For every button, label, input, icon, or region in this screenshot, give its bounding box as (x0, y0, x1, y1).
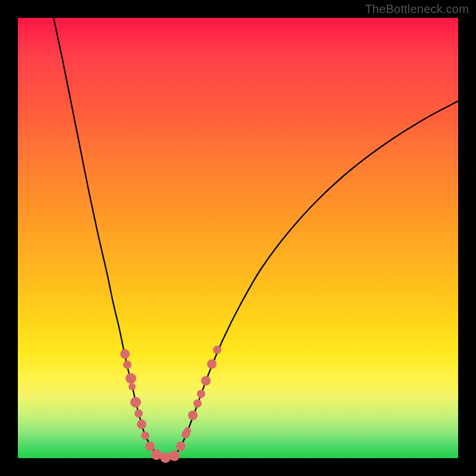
highlight-markers (120, 346, 221, 463)
highlight-dot (201, 376, 211, 386)
highlight-dot (123, 361, 131, 369)
highlight-dot (130, 397, 141, 408)
bottleneck-curve-svg (18, 18, 458, 458)
watermark-text: TheBottleneck.com (365, 2, 469, 16)
bottleneck-curve (54, 18, 458, 458)
highlight-dot (193, 399, 202, 408)
highlight-dot (137, 419, 146, 429)
chart-frame: TheBottleneck.com (0, 0, 476, 476)
highlight-dot (197, 390, 205, 398)
highlight-dot (169, 450, 180, 461)
highlight-dot (134, 409, 143, 418)
highlight-dot (188, 411, 198, 420)
highlight-dot (145, 441, 155, 451)
highlight-dot (176, 441, 186, 451)
highlight-dot (120, 349, 130, 359)
highlight-dot (129, 383, 136, 390)
highlight-dot (160, 452, 171, 463)
highlight-dot (184, 427, 191, 434)
highlight-dot (126, 373, 136, 384)
highlight-dot (207, 359, 217, 369)
highlight-dot (213, 346, 221, 354)
highlight-dot (141, 431, 149, 440)
plot-area (18, 18, 458, 458)
